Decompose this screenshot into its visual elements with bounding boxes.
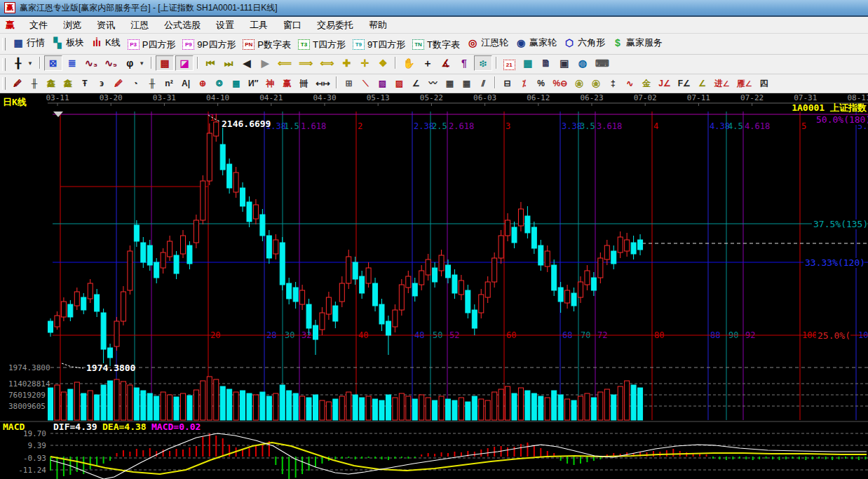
n-wave-icon-button[interactable]: И″ — [245, 76, 261, 91]
notes-icon-button[interactable]: 🗎 — [538, 55, 555, 71]
save-icon-button[interactable]: ▣ — [556, 55, 573, 71]
gold-angle-icon-button[interactable]: 金 — [639, 76, 654, 91]
menu-item-5[interactable]: 公式选股 — [156, 18, 208, 32]
expand-all-icon-button[interactable]: ✛ — [356, 55, 373, 71]
report-view-icon-button[interactable]: ≣ — [64, 55, 81, 71]
winner-wheel-icon-button[interactable]: ◉赢家轮 — [513, 35, 560, 50]
color-histogram-icon-button[interactable]: ◪ — [175, 55, 194, 71]
menu-item-6[interactable]: 设置 — [208, 18, 242, 32]
toolbar-grip[interactable] — [2, 38, 6, 50]
toolbar-grip[interactable] — [2, 77, 6, 90]
dropdown-arrow-icon[interactable]: ▼ — [27, 60, 33, 67]
h-span-icon-button[interactable]: ↤↦ — [313, 76, 332, 91]
percent-slash-icon-button[interactable]: ⁒ — [516, 76, 531, 91]
trend-pen-icon-button[interactable]: ∠ — [408, 76, 423, 91]
comb-icon-button[interactable]: ╫ — [144, 76, 160, 91]
fan-box1-icon-button[interactable]: ▨ — [374, 76, 390, 91]
network-view-icon-button[interactable]: ⊠ — [44, 55, 62, 71]
prev-icon-button[interactable]: ◀ — [238, 55, 255, 71]
a-line-icon-button[interactable]: A| — [178, 76, 194, 91]
globe-refresh-icon-button[interactable]: ◍ — [574, 55, 591, 71]
calendar-21-icon-button[interactable]: 21 — [501, 58, 518, 73]
pan-left-icon-button[interactable]: ⟸ — [275, 55, 294, 71]
block-map-icon-button[interactable]: ▩ — [156, 55, 174, 71]
knife-tool-icon-button[interactable]: 🖉 — [10, 76, 25, 91]
menu-item-1[interactable]: 文件 — [22, 18, 55, 32]
star-grid-icon-button[interactable]: ❂ — [212, 76, 227, 91]
menu-item-9[interactable]: 交易委托 — [309, 18, 361, 32]
p-number-table-icon-button[interactable]: PNP数字表 — [240, 37, 294, 53]
f-angle-icon-button[interactable]: F∠ — [675, 76, 693, 91]
crosshair-icon-button[interactable]: ＋ — [419, 55, 436, 71]
count-grid-icon-button[interactable]: 卌 — [296, 76, 311, 91]
menu-item-8[interactable]: 窗口 — [276, 18, 309, 32]
hexagon-icon-button[interactable]: ⬡六角形 — [561, 35, 608, 50]
grid-dark2-icon-button[interactable]: ▦ — [459, 76, 474, 91]
calculator-icon-button[interactable]: ▦ — [520, 55, 536, 71]
9p-square-icon-button[interactable]: P99P四方形 — [179, 37, 238, 53]
parallel-icon-button[interactable]: ⫽ — [475, 76, 491, 91]
pin-pen-icon-button[interactable]: ‡ — [605, 76, 621, 91]
grid-ruler-icon-button[interactable]: ╫ — [27, 76, 42, 91]
chart-canvas[interactable]: 03-1103-2003-3104-1004-2104-3005-1305-22… — [0, 93, 868, 479]
period-day-icon-button[interactable]: ╂▼ — [10, 55, 36, 71]
p-square-icon-button[interactable]: P3P四方形 — [125, 37, 179, 53]
clock-cycle-icon-button[interactable]: ◔ — [128, 76, 143, 91]
frame-icon-button[interactable]: ⊞ — [341, 76, 356, 91]
shen-icon-button[interactable]: 神 — [262, 76, 278, 91]
toolbar-grip[interactable] — [2, 58, 6, 71]
dropdown-arrow-icon[interactable]: ▼ — [139, 60, 144, 67]
gann-angle-icon-button[interactable]: 进∠ — [712, 76, 733, 91]
hand-tool-icon-button[interactable]: ✋ — [400, 55, 417, 71]
quotes-table-icon-button[interactable]: ▦行情 — [10, 35, 48, 50]
si-angle-icon-button[interactable]: 四 — [757, 76, 772, 91]
zigzag-icon-button[interactable]: 〰 — [425, 76, 440, 91]
grid-dark1-icon-button[interactable]: ▦ — [442, 76, 457, 91]
9t-square-icon-button[interactable]: T99T四方形 — [350, 37, 408, 53]
t-ruler-icon-button[interactable]: Ŧ — [77, 76, 93, 91]
red-knife-icon-button[interactable]: 🖉 — [111, 76, 126, 91]
win-icon-button[interactable]: 赢 — [279, 76, 294, 91]
single-candle-icon-button[interactable]: φ▼ — [121, 55, 147, 71]
fan-red-icon-button[interactable]: ⟍ — [358, 76, 373, 91]
last-page-icon-button[interactable]: ⏭ — [220, 55, 237, 71]
kline-icon-button[interactable]: ıİıK线 — [88, 35, 123, 50]
menu-item-4[interactable]: 江恩 — [123, 18, 156, 32]
t-number-table-icon-button[interactable]: TNT数字表 — [409, 37, 463, 53]
target-red-icon-button[interactable]: ⊕ — [195, 76, 210, 91]
n2-icon-button[interactable]: n² — [161, 76, 177, 91]
yan-angle-icon-button[interactable]: 雁∠ — [734, 76, 755, 91]
chart-svg[interactable]: 03-1103-2003-3104-1004-2104-3005-1305-22… — [0, 93, 868, 479]
workstation-icon-button[interactable]: ⌨ — [592, 55, 612, 71]
next-icon-button[interactable]: ▶ — [257, 55, 273, 71]
j-angle-icon-button[interactable]: J∠ — [656, 76, 673, 91]
fit-icon-button[interactable]: ❖ — [374, 55, 391, 71]
first-page-icon-button[interactable]: ⏮ — [202, 55, 219, 71]
zoom-h-icon-button[interactable]: ⟺ — [317, 55, 337, 71]
menu-item-2[interactable]: 浏览 — [55, 18, 89, 32]
expand-icon-button[interactable]: ✚ — [338, 55, 355, 71]
t-square-icon-button[interactable]: T3T四方形 — [295, 37, 348, 53]
wave3-icon-button[interactable]: ∿₃ — [82, 55, 100, 71]
angle-tool-icon-button[interactable]: ∡ — [438, 55, 454, 71]
gann-wheel-icon-button[interactable]: ◎江恩轮 — [464, 35, 511, 50]
scale-list-icon-button[interactable]: ⊟ — [499, 76, 515, 91]
gold-line-icon-button[interactable]: ㊎ — [588, 76, 604, 91]
wave9-icon-button[interactable]: ∿₉ — [102, 55, 120, 71]
brain-icon-button[interactable]: ፨ — [474, 55, 492, 71]
winner-service-icon-button[interactable]: $赢家服务 — [609, 35, 665, 50]
tree-tool-icon-button[interactable]: ¶ — [456, 55, 473, 71]
pan-right-icon-button[interactable]: ⟹ — [296, 55, 316, 71]
speed-angle-icon-button[interactable]: ∠ — [695, 76, 710, 91]
square-grid-icon-button[interactable]: ▩ — [229, 76, 244, 91]
menu-item-3[interactable]: 资讯 — [89, 18, 123, 32]
gold-grid2-icon-button[interactable]: 鑫 — [60, 76, 76, 91]
fan-box2-icon-button[interactable]: ▨ — [391, 76, 407, 91]
menu-item-7[interactable]: 工具 — [242, 18, 276, 32]
gold-circle-icon-button[interactable]: ㊎ — [571, 76, 587, 91]
percent-cut-icon-button[interactable]: %⊖ — [550, 76, 570, 91]
a-wave-icon-button[interactable]: ∿ — [622, 76, 637, 91]
gold-grid1-icon-button[interactable]: 鑫 — [43, 76, 59, 91]
spiral-icon-button[interactable]: ϶ — [94, 76, 109, 91]
menu-item-10[interactable]: 帮助 — [361, 18, 395, 32]
